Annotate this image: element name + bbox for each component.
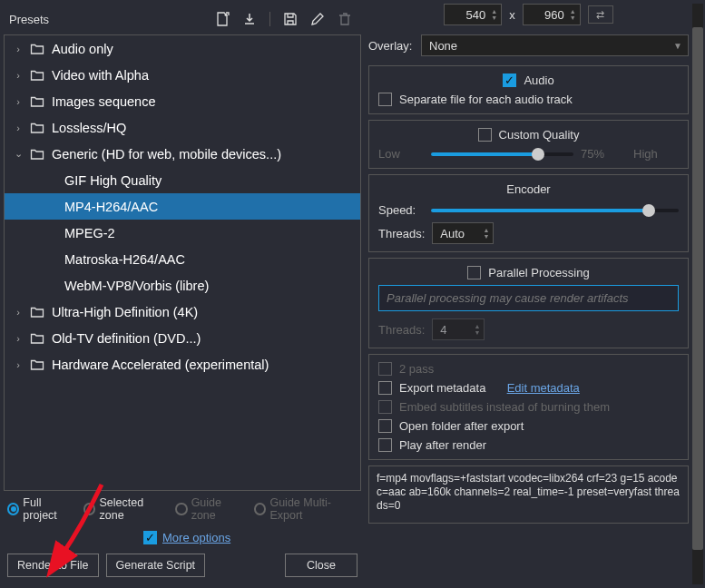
quality-slider xyxy=(431,152,573,156)
presets-title: Presets xyxy=(9,13,49,26)
overlay-select[interactable]: None▼ xyxy=(421,34,689,56)
audio-label: Audio xyxy=(524,74,553,87)
tree-item[interactable]: ›Video with Alpha xyxy=(5,62,360,88)
tree-child-item[interactable]: MPEG-2 xyxy=(5,220,360,246)
speed-label: Speed: xyxy=(378,203,424,217)
tree-child-item[interactable]: WebM-VP8/Vorbis (libre) xyxy=(5,272,360,299)
save-icon[interactable] xyxy=(283,12,298,26)
embed-subs-label: Embed subtitles instead of burning them xyxy=(399,400,610,414)
open-folder-label: Open folder after export xyxy=(399,419,524,433)
checkbox-custom-quality[interactable] xyxy=(478,128,492,142)
encoder-title: Encoder xyxy=(378,182,679,196)
tree-item[interactable]: ›Old-TV definition (DVD...) xyxy=(5,325,360,351)
play-after-label: Play after render xyxy=(399,438,486,452)
export-metadata-label: Export metadata xyxy=(399,381,485,395)
tree-child-item[interactable]: MP4-H264/AAC xyxy=(5,193,360,220)
delete-icon[interactable] xyxy=(338,12,352,26)
checkbox-play-after[interactable] xyxy=(378,438,392,452)
presets-pane: Presets ›Audio only›Video with Alpha›Ima… xyxy=(0,0,365,588)
parallel-warning: Parallel processing may cause render art… xyxy=(378,285,679,311)
presets-toolbar xyxy=(215,12,356,26)
checkbox-audio[interactable]: ✓ xyxy=(503,74,516,87)
more-options[interactable]: ✓ More options xyxy=(7,531,357,544)
edit-icon[interactable] xyxy=(310,12,325,26)
speed-slider[interactable] xyxy=(431,209,679,212)
quality-pct-label: 75% xyxy=(581,147,626,161)
edit-metadata-link[interactable]: Edit metadata xyxy=(507,381,580,395)
generate-script-button[interactable]: Generate Script xyxy=(106,554,206,577)
tree-item[interactable]: ›Images sequence xyxy=(5,88,360,114)
separate-audio-label: Separate file for each audio track xyxy=(399,93,573,106)
checkbox-open-folder[interactable] xyxy=(378,419,392,433)
tree-child-item[interactable]: Matroska-H264/AAC xyxy=(5,246,360,272)
checkbox-separate-audio[interactable] xyxy=(378,93,392,106)
chevron-down-icon: ▼ xyxy=(673,41,682,51)
parallel-threads-input: 4▲▼ xyxy=(432,318,485,340)
bottom-bar: Full project Selected zone Guide zone Gu… xyxy=(4,491,361,584)
tree-child-item[interactable]: GIF High Quality xyxy=(5,167,360,193)
threads-input[interactable]: Auto▲▼ xyxy=(432,222,494,244)
checkbox-embed-subs xyxy=(378,400,392,414)
command-output[interactable]: f=mp4 movflags=+faststart vcodec=libx264… xyxy=(368,466,689,524)
audio-section: ✓ Audio Separate file for each audio tra… xyxy=(368,65,689,114)
separator xyxy=(269,12,270,26)
new-icon[interactable] xyxy=(215,12,230,26)
parallel-label: Parallel Processing xyxy=(488,266,589,279)
download-icon[interactable] xyxy=(242,12,257,26)
overlay-label: Overlay: xyxy=(368,39,414,53)
dims-separator: x xyxy=(509,8,515,22)
parallel-threads-label: Threads: xyxy=(378,323,425,337)
settings-pane: 540▲▼ x 960▲▼ ⇄ Overlay: None▼ ✓ Audio S… xyxy=(365,0,705,588)
tree-item[interactable]: ›Audio only xyxy=(5,35,360,62)
radio-full-project[interactable]: Full project xyxy=(7,496,74,522)
tree-item[interactable]: ›Ultra-High Definition (4K) xyxy=(5,299,360,325)
scrollbar[interactable] xyxy=(692,4,703,584)
width-input[interactable]: 540▲▼ xyxy=(444,4,502,25)
parallel-section: Parallel Processing Parallel processing … xyxy=(368,258,689,348)
quality-low-label: Low xyxy=(378,147,424,161)
export-options-section: 2 pass Export metadata Edit metadata Emb… xyxy=(368,354,689,460)
link-dimensions-icon[interactable]: ⇄ xyxy=(588,5,613,24)
quality-high-label: High xyxy=(633,147,679,161)
checkbox-2pass xyxy=(378,362,392,376)
checkbox-more-options[interactable]: ✓ xyxy=(143,531,157,544)
quality-section: Custom Quality Low 75% High xyxy=(368,120,689,169)
radio-guide-zone: Guide zone xyxy=(175,496,245,522)
threads-label: Threads: xyxy=(378,227,425,240)
height-input[interactable]: 960▲▼ xyxy=(523,4,581,25)
encoder-section: Encoder Speed: Threads: Auto▲▼ xyxy=(368,174,689,252)
2pass-label: 2 pass xyxy=(399,362,445,376)
radio-selected-zone[interactable]: Selected zone xyxy=(83,496,166,522)
tree-item[interactable]: ›Lossless/HQ xyxy=(5,114,360,141)
tree-item[interactable]: ⌄Generic (HD for web, mobile devices...) xyxy=(5,141,360,167)
presets-tree[interactable]: ›Audio only›Video with Alpha›Images sequ… xyxy=(4,34,361,491)
more-options-link[interactable]: More options xyxy=(162,531,230,544)
checkbox-parallel[interactable] xyxy=(467,266,481,279)
close-button[interactable]: Close xyxy=(285,554,357,577)
tree-item[interactable]: ›Hardware Accelerated (experimental) xyxy=(5,351,360,377)
checkbox-export-metadata[interactable] xyxy=(378,381,392,395)
custom-quality-label: Custom Quality xyxy=(499,128,580,142)
radio-guide-multi: Guide Multi-Export xyxy=(254,496,357,522)
render-to-file-button[interactable]: Render to File xyxy=(7,554,99,577)
